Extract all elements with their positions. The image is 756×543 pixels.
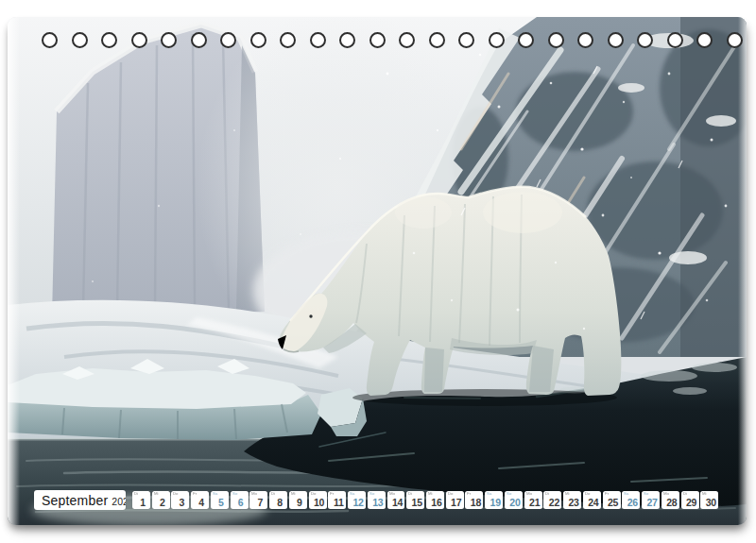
day-abbr: Di: [408, 491, 412, 496]
day-cell: Fr11: [328, 491, 346, 509]
bear-eye: [309, 314, 312, 317]
binding-hole: [191, 32, 207, 48]
day-number: 11: [328, 497, 346, 508]
day-cell: Di1: [132, 491, 150, 509]
day-number: 5: [211, 497, 229, 508]
binding-holes: [42, 32, 743, 48]
binding-hole: [399, 32, 415, 48]
day-cell: So20: [505, 491, 523, 509]
day-cell: So13: [368, 491, 386, 509]
day-cell: Mi16: [426, 491, 444, 509]
day-cell: Mi23: [563, 491, 581, 509]
day-abbr: Mo: [663, 491, 669, 496]
day-number: 2: [152, 497, 170, 508]
binding-hole: [637, 32, 653, 48]
day-number: 1: [132, 497, 150, 508]
binding-hole: [518, 32, 534, 48]
day-abbr: Di: [134, 491, 138, 496]
day-number: 24: [583, 497, 601, 508]
day-abbr: So: [507, 491, 511, 496]
day-number: 27: [642, 497, 660, 508]
day-cell: Di29: [681, 491, 699, 509]
day-cell: Di15: [406, 491, 424, 509]
binding-hole: [280, 32, 296, 48]
day-number: 19: [485, 497, 503, 508]
binding-hole: [667, 32, 683, 48]
day-abbr: Sa: [624, 491, 628, 496]
day-cell: Sa12: [348, 491, 366, 509]
day-cell: Sa19: [485, 491, 503, 509]
day-number: 25: [603, 497, 621, 508]
binding-hole: [220, 32, 236, 48]
day-abbr: So: [644, 491, 648, 496]
day-cell: Mi2: [152, 491, 170, 509]
binding-hole: [42, 32, 58, 48]
day-cell: Do3: [171, 491, 189, 509]
day-abbr: Mo: [251, 491, 257, 496]
day-abbr: Sa: [487, 491, 491, 496]
day-number: 28: [662, 497, 679, 508]
day-number: 8: [269, 497, 287, 508]
day-number: 15: [406, 497, 424, 508]
polar-bear-photo: [8, 17, 747, 525]
day-number: 23: [563, 497, 581, 508]
day-cell: Sa5: [211, 491, 229, 509]
calendar-page: September 2026 Di1Mi2Do3Fr4Sa5So6Mo7Di8M…: [8, 17, 747, 525]
day-abbr: Fr: [193, 491, 197, 496]
day-abbr: So: [369, 491, 374, 496]
day-abbr: Di: [271, 491, 275, 496]
day-cell: Mi30: [700, 491, 718, 509]
binding-hole: [250, 32, 266, 48]
day-cell: Mo21: [524, 491, 542, 509]
day-abbr: Di: [683, 491, 687, 496]
binding-hole: [161, 32, 177, 48]
binding-hole: [101, 32, 117, 48]
binding-hole: [608, 32, 624, 48]
day-cell: So6: [231, 491, 249, 509]
binding-hole: [548, 32, 564, 48]
day-cell: Mi9: [289, 491, 307, 509]
day-abbr: Fr: [330, 491, 334, 496]
day-abbr: Mi: [702, 491, 707, 496]
day-abbr: Mo: [389, 491, 395, 496]
day-number: 18: [465, 497, 483, 508]
day-abbr: Fr: [605, 491, 609, 496]
day-number: 7: [249, 497, 267, 508]
day-abbr: So: [232, 491, 237, 496]
day-abbr: Do: [311, 491, 317, 496]
day-number: 14: [387, 497, 405, 508]
binding-hole: [339, 32, 355, 48]
day-number: 30: [700, 497, 718, 508]
day-number: 22: [543, 497, 561, 508]
day-number: 13: [368, 497, 386, 508]
binding-hole: [458, 32, 474, 48]
month-name: September: [42, 493, 108, 508]
binding-hole: [489, 32, 505, 48]
binding-hole: [577, 32, 593, 48]
day-abbr: Mi: [565, 491, 570, 496]
day-abbr: Sa: [350, 491, 354, 496]
day-abbr: Fr: [467, 491, 471, 496]
day-abbr: Di: [545, 491, 549, 496]
day-cell: So27: [642, 491, 660, 509]
day-number: 26: [622, 497, 640, 508]
day-abbr: Mo: [526, 491, 532, 496]
binding-hole: [429, 32, 445, 48]
day-cell: Di22: [543, 491, 561, 509]
day-number: 6: [231, 497, 249, 508]
day-cell: Sa26: [622, 491, 640, 509]
day-number: 9: [289, 497, 307, 508]
day-number: 10: [309, 497, 327, 508]
day-cell: Mo7: [249, 491, 267, 509]
day-number: 4: [191, 497, 209, 508]
day-abbr: Do: [448, 491, 454, 496]
day-number: 21: [524, 497, 542, 508]
day-cell: Do10: [309, 491, 327, 509]
day-abbr: Mi: [428, 491, 433, 496]
day-cell: Do17: [446, 491, 464, 509]
day-cell: Di8: [269, 491, 287, 509]
binding-hole: [310, 32, 326, 48]
binding-hole: [369, 32, 386, 48]
day-cells: Di1Mi2Do3Fr4Sa5So6Mo7Di8Mi9Do10Fr11Sa12S…: [132, 491, 718, 509]
day-number: 12: [348, 497, 366, 508]
